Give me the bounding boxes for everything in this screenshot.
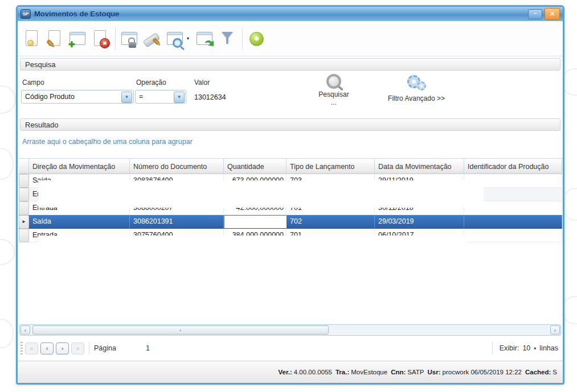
scroll-left-button[interactable]: ‹ [21, 325, 30, 335]
scroll-right-button[interactable]: › [550, 325, 560, 335]
background-watermark [0, 319, 14, 348]
operation-select[interactable]: = ▼ [135, 90, 186, 104]
search-view-dropdown-caret-icon[interactable]: ▾ [187, 27, 193, 51]
grid-cell[interactable] [464, 215, 562, 229]
grid-cell[interactable]: 702 [287, 215, 375, 229]
result-section-title: Resultado [25, 121, 59, 129]
column-header[interactable]: Data da Movimentação [375, 158, 464, 174]
grid-header-row: Direção da MovimentaçãoNúmero do Documen… [19, 158, 562, 174]
close-button[interactable]: ✕ [545, 8, 560, 20]
lock-record-icon[interactable] [118, 27, 140, 51]
green-arrow-icon [204, 39, 215, 49]
search-button-ellipsis: ... [302, 98, 365, 106]
redaction-overlay [38, 236, 468, 249]
delete-record-icon[interactable]: ✖ [89, 27, 111, 51]
sign-record-icon[interactable]: ✎ [141, 27, 163, 51]
chevron-down-icon[interactable]: ▼ [174, 92, 185, 103]
grid-cell[interactable]: 425.000,000000 [224, 215, 287, 229]
field-label: Campo [22, 79, 44, 86]
export-record-icon[interactable] [194, 27, 215, 51]
pager-separator [89, 342, 89, 354]
display-count[interactable]: 10 [522, 344, 530, 352]
value-label: Valor [194, 79, 210, 86]
pager-bar: « ‹ › » Página 1 Exibir: 10 ▾ linhas [18, 339, 563, 357]
group-by-hint[interactable]: Arraste aqui o cabeçalho de uma coluna p… [22, 138, 193, 146]
advanced-filter-button[interactable]: Filtro Avançado >> [365, 75, 468, 102]
status-cached: Cached:S [525, 369, 557, 376]
toolbar-separator [242, 28, 243, 49]
background-watermark [0, 85, 16, 114]
chevron-down-icon[interactable]: ▼ [121, 92, 132, 103]
column-header[interactable]: Quantidade [224, 158, 287, 174]
row-indicator[interactable] [19, 229, 29, 242]
filter-icon[interactable] [216, 27, 238, 51]
edit-record-icon[interactable]: ✎ [44, 27, 66, 51]
grid-cell[interactable] [464, 229, 562, 242]
app-icon: SP [21, 9, 31, 19]
status-transaction: Tra.:MovEstoque [335, 369, 387, 376]
app-window: SP Movimentos de Estoque – ✕ ✎ ✚ ✖ ✎ ▾ [16, 5, 564, 385]
column-header[interactable]: Direção da Movimentação [29, 158, 130, 174]
field-select[interactable]: Código Produto ▼ [21, 90, 134, 104]
page-label: Página [94, 344, 116, 352]
last-page-button[interactable]: » [71, 343, 84, 354]
prev-page-button[interactable]: ‹ [40, 343, 54, 354]
favorites-icon[interactable]: ✱ [245, 27, 267, 51]
grid-corner [19, 158, 29, 174]
table-row[interactable]: ►Saída3086201391425.000,00000070229/03/2… [19, 215, 562, 229]
search-section-title: Pesquisa [25, 60, 55, 69]
search-button-label: Pesquisar [302, 90, 365, 98]
operation-select-value: = [139, 93, 143, 101]
window-title: Movimentos de Estoque [34, 10, 120, 18]
operation-label: Operação [136, 79, 166, 86]
search-button[interactable]: Pesquisar ... [302, 74, 365, 106]
value-input[interactable]: 13012634 [194, 93, 226, 101]
status-connection: Cnn:SATP [391, 369, 424, 376]
column-header[interactable]: Número do Documento [130, 158, 224, 174]
minimize-button[interactable]: – [528, 9, 542, 19]
horizontal-scrollbar[interactable]: ‹ ▪ › [19, 324, 561, 336]
title-bar[interactable]: SP Movimentos de Estoque – ✕ [18, 7, 563, 21]
row-indicator[interactable] [19, 201, 29, 215]
chevron-down-icon[interactable]: ▾ [534, 346, 536, 351]
column-header[interactable]: Tipo de Lançamento [287, 158, 375, 174]
search-section-header: Pesquisa [20, 58, 560, 71]
next-page-button[interactable]: › [56, 343, 69, 354]
toolbar-separator [115, 28, 116, 49]
field-select-value: Código Produto [25, 93, 75, 101]
search-view-icon[interactable] [164, 27, 186, 51]
grid-cell[interactable]: 3086201391 [130, 215, 224, 229]
status-bar: Ver.:4.00.00.0055 Tra.:MovEstoque Cnn:SA… [18, 361, 563, 383]
add-record-icon[interactable]: ✚ [67, 27, 88, 51]
background-watermark [0, 148, 14, 180]
new-record-icon[interactable] [21, 27, 43, 51]
pager-separator [492, 342, 493, 354]
redaction-overlay [38, 180, 484, 208]
row-indicator[interactable] [19, 174, 29, 188]
display-label: Exibir: [500, 344, 519, 352]
status-version: Ver.:4.00.00.0055 [278, 369, 332, 376]
result-section-header: Resultado [20, 118, 560, 131]
advanced-filter-label: Filtro Avançado >> [365, 94, 468, 102]
gears-icon [365, 75, 468, 91]
toolbar: ✎ ✚ ✖ ✎ ▾ ✱ [18, 21, 563, 56]
background-watermark [0, 239, 15, 265]
grid-cell[interactable]: 29/03/2019 [375, 215, 464, 229]
page-number[interactable]: 1 [146, 344, 150, 352]
row-indicator[interactable] [19, 188, 29, 201]
display-suffix: linhas [539, 344, 558, 352]
first-page-button[interactable]: « [25, 343, 38, 354]
selected-row-indicator[interactable]: ► [19, 215, 29, 229]
scrollbar-thumb[interactable]: ▪ [32, 325, 329, 335]
status-user: Usr:procwork 06/05/2019 12:22 [428, 369, 522, 376]
grid-cell[interactable]: Saída [29, 215, 130, 229]
column-header[interactable]: Identificador da Produção [464, 158, 562, 174]
pager-grip[interactable] [21, 342, 23, 354]
